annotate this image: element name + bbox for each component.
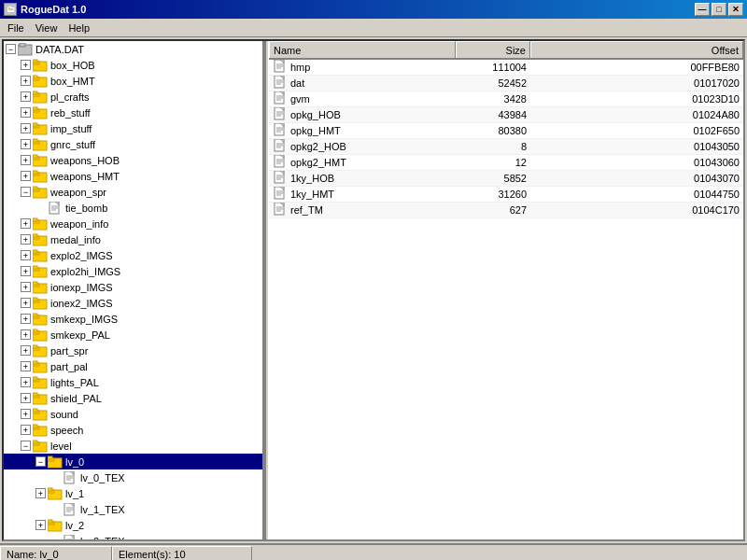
close-button[interactable]: ✕ — [728, 3, 743, 16]
expand-btn-pl_crafts[interactable]: + — [21, 91, 31, 102]
tree-item-box_HMT[interactable]: + box_HMT — [4, 73, 262, 89]
tree-item-tie_bomb[interactable]: tie_bomb — [4, 200, 262, 216]
tree-item-sound[interactable]: + sound — [4, 406, 262, 422]
tree-item-level[interactable]: − level — [4, 438, 262, 454]
list-item[interactable]: opkg_HMT 80380 0102F650 — [269, 123, 743, 139]
maximize-button[interactable]: □ — [712, 3, 726, 16]
expand-btn-sound[interactable]: + — [21, 409, 31, 419]
expand-btn-DATA.DAT[interactable]: − — [6, 44, 16, 54]
tree-item-ionexp_IMGS[interactable]: + ionexp_IMGS — [4, 279, 262, 295]
tree-item-shield_PAL[interactable]: + shield_PAL — [4, 390, 262, 406]
list-cell-offset: 01017020 — [530, 77, 743, 89]
tree-item-lv_1_TEX[interactable]: lv_1_TEX — [4, 501, 262, 517]
tree-item-lv_1[interactable]: + lv_1 — [4, 485, 262, 501]
tree-item-part_spr[interactable]: + part_spr — [4, 343, 262, 358]
expand-btn-smkexp_IMGS[interactable]: + — [21, 314, 31, 324]
file-icon — [48, 202, 63, 215]
tree-item-smkexp_PAL[interactable]: + smkexp_PAL — [4, 327, 262, 343]
expand-btn-explo2_IMGS[interactable]: + — [21, 250, 31, 260]
menu-file[interactable]: File — [2, 21, 30, 35]
tree-item-pl_crafts[interactable]: + pl_crafts — [4, 89, 262, 105]
list-cell-size: 31260 — [456, 189, 530, 200]
tree-label: lv_0 — [65, 456, 84, 468]
list-item[interactable]: ref_TM 627 0104C170 — [269, 203, 743, 218]
list-item[interactable]: 1ky_HOB 5852 01043070 — [269, 171, 743, 187]
tree-item-lights_PAL[interactable]: + lights_PAL — [4, 374, 262, 390]
status-element: Name: lv_0 — [0, 546, 112, 560]
tree-panel[interactable]: − DATA.DAT+ box_HOB+ box_HMT+ pl_crafts+… — [4, 41, 265, 539]
expand-btn-shield_PAL[interactable]: + — [21, 393, 31, 403]
svg-rect-48 — [33, 282, 37, 285]
expand-btn-ionex2_IMGS[interactable]: + — [21, 298, 31, 308]
expand-btn-lv_2[interactable]: + — [35, 520, 46, 530]
tree-item-ionex2_IMGS[interactable]: + ionex2_IMGS — [4, 295, 262, 311]
list-item[interactable]: opkg2_HMT 12 01043060 — [269, 155, 743, 171]
tree-item-weapons_HMT[interactable]: + weapons_HMT — [4, 168, 262, 184]
tree-item-DATA.DAT[interactable]: − DATA.DAT — [4, 41, 262, 57]
expand-btn-weapon_spr[interactable]: − — [21, 187, 31, 197]
list-cell-size: 80380 — [456, 125, 530, 136]
list-cell-size: 52452 — [456, 77, 530, 89]
list-item[interactable]: opkg2_HOB 8 01043050 — [269, 139, 743, 155]
expand-btn-gnrc_stuff[interactable]: + — [21, 139, 31, 149]
tree-item-weapon_spr[interactable]: − weapon_spr — [4, 184, 262, 200]
folder-icon — [33, 138, 48, 151]
tree-item-lv_2[interactable]: + lv_2 — [4, 517, 262, 533]
svg-rect-42 — [33, 250, 37, 253]
svg-rect-16 — [33, 123, 37, 126]
header-name[interactable]: Name — [269, 41, 456, 58]
expand-btn-part_pal[interactable]: + — [21, 361, 31, 371]
menu-view[interactable]: View — [30, 21, 63, 35]
tree-item-box_HOB[interactable]: + box_HOB — [4, 57, 262, 73]
expand-btn-box_HOB[interactable]: + — [21, 60, 31, 70]
tree-item-imp_stuff[interactable]: + imp_stuff — [4, 120, 262, 136]
tree-item-speech[interactable]: + speech — [4, 422, 262, 438]
expand-btn-box_HMT[interactable]: + — [21, 76, 31, 86]
expand-btn-medal_info[interactable]: + — [21, 234, 31, 245]
tree-item-lv_0[interactable]: − lv_0 — [4, 454, 262, 469]
expand-btn-explo2hi_IMGS[interactable]: + — [21, 266, 31, 276]
list-cell-name: opkg_HOB — [269, 107, 456, 122]
list-item[interactable]: hmp 111004 00FFBE80 — [269, 60, 743, 76]
tree-item-gnrc_stuff[interactable]: + gnrc_stuff — [4, 136, 262, 152]
expand-btn-smkexp_PAL[interactable]: + — [21, 329, 31, 340]
expand-btn-lv_1[interactable]: + — [35, 488, 46, 498]
tree-item-reb_stuff[interactable]: + reb_stuff — [4, 105, 262, 120]
tree-label: weapons_HOB — [50, 155, 120, 166]
expand-btn-reb_stuff[interactable]: + — [21, 107, 31, 118]
list-item[interactable]: 1ky_HMT 31260 01044750 — [269, 187, 743, 203]
header-offset[interactable]: Offset — [530, 41, 743, 58]
list-cell-offset: 01023D10 — [530, 93, 743, 105]
expand-btn-imp_stuff[interactable]: + — [21, 123, 31, 133]
tree-item-lv_2_TEX[interactable]: lv_2_TEX — [4, 533, 262, 539]
tree-item-explo2_IMGS[interactable]: + explo2_IMGS — [4, 247, 262, 263]
tree-item-part_pal[interactable]: + part_pal — [4, 358, 262, 374]
title-bar: 🗂 RogueDat 1.0 — □ ✕ — [0, 0, 747, 19]
tree-item-weapon_info[interactable]: + weapon_info — [4, 216, 262, 231]
menu-help[interactable]: Help — [63, 21, 95, 35]
tree-label: weapon_info — [50, 218, 108, 230]
expand-btn-weapons_HMT[interactable]: + — [21, 171, 31, 181]
tree-item-medal_info[interactable]: + medal_info — [4, 231, 262, 247]
expand-btn-lv_0[interactable]: − — [35, 456, 46, 467]
expand-btn-ionexp_IMGS[interactable]: + — [21, 282, 31, 292]
expand-btn-part_spr[interactable]: + — [21, 345, 31, 356]
tree-item-smkexp_IMGS[interactable]: + smkexp_IMGS — [4, 311, 262, 327]
expand-btn-weapons_HOB[interactable]: + — [21, 155, 31, 165]
expand-btn-speech[interactable]: + — [21, 425, 31, 435]
expand-btn-level[interactable]: − — [21, 441, 31, 451]
list-item[interactable]: gvm 3428 01023D10 — [269, 91, 743, 107]
expand-btn-weapon_info[interactable]: + — [21, 218, 31, 229]
tree-item-lv_0_TEX[interactable]: lv_0_TEX — [4, 469, 262, 485]
tree-label: smkexp_PAL — [50, 329, 110, 341]
expand-btn-lights_PAL[interactable]: + — [21, 377, 31, 387]
header-size[interactable]: Size — [456, 41, 530, 58]
list-item[interactable]: opkg_HOB 43984 01024A80 — [269, 107, 743, 123]
list-item[interactable]: dat 52452 01017020 — [269, 76, 743, 91]
tree-label: part_pal — [50, 361, 88, 372]
folder-icon — [33, 154, 48, 167]
minimize-button[interactable]: — — [695, 3, 710, 16]
tree-item-explo2hi_IMGS[interactable]: + explo2hi_IMGS — [4, 263, 262, 279]
list-panel[interactable]: Name Size Offset hmp 111004 00FFBE80 dat… — [269, 41, 743, 539]
tree-item-weapons_HOB[interactable]: + weapons_HOB — [4, 152, 262, 168]
